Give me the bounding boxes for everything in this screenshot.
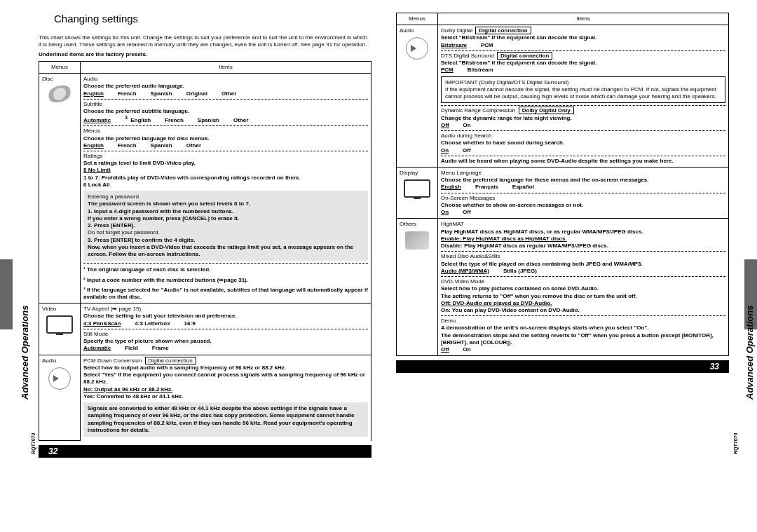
- settings-table-right: Menus Items Audio Dolby Digital Digital …: [396, 13, 729, 356]
- factory-preset-note: Underlined items are the factory presets…: [39, 51, 371, 58]
- col-menus-r: Menus: [397, 13, 438, 25]
- page-number-left: 32: [39, 445, 371, 458]
- menu-audio: Audio: [39, 355, 81, 441]
- menu-others: Others: [397, 219, 438, 356]
- menu-display: Display: [397, 167, 438, 218]
- audio-items-left: PCM Down Conversion Digital connection S…: [81, 355, 371, 441]
- audio-items-right: Dolby Digital Digital connection Select …: [438, 25, 729, 168]
- speaker-icon: [48, 367, 71, 390]
- page-33: Menus Items Audio Dolby Digital Digital …: [378, 0, 757, 458]
- disc-icon: [48, 84, 72, 105]
- tv-icon: [404, 179, 430, 198]
- menu-audio-r: Audio: [397, 25, 438, 168]
- others-items: HighMAT Play HighMAT discs as HighMAT di…: [438, 219, 729, 356]
- menu-disc: Disc: [39, 74, 81, 303]
- col-items: Items: [81, 62, 371, 74]
- col-menus: Menus: [39, 62, 81, 74]
- display-items: Menu Language Choose the preferred langu…: [438, 167, 729, 218]
- page-32: Changing settings This chart shows the s…: [0, 0, 378, 458]
- disc-items: Audio Choose the preferred audio languag…: [81, 74, 371, 303]
- page-spread: Advanced Operations Advanced Operations …: [0, 0, 757, 458]
- intro-text: This chart shows the settings for this u…: [39, 34, 371, 48]
- col-items-r: Items: [438, 13, 729, 25]
- speaker-icon: [406, 37, 428, 60]
- menu-video: Video: [39, 303, 81, 355]
- pcm-note-box: Signals are converted to either 48 kHz o…: [83, 402, 368, 437]
- others-icon: [405, 231, 429, 250]
- video-items: TV Aspect (➡ page 15) Choose the setting…: [81, 303, 371, 355]
- tv-icon: [46, 315, 73, 334]
- password-box: Entering a password The password screen …: [83, 191, 368, 261]
- important-box: IMPORTANT (Dolby Digital/DTS Digital Sur…: [441, 76, 725, 104]
- page-number-right: 33: [396, 360, 729, 373]
- settings-table-left: Menus Items Disc Audio Choose the prefer…: [39, 61, 371, 441]
- page-title: Changing settings: [54, 13, 371, 25]
